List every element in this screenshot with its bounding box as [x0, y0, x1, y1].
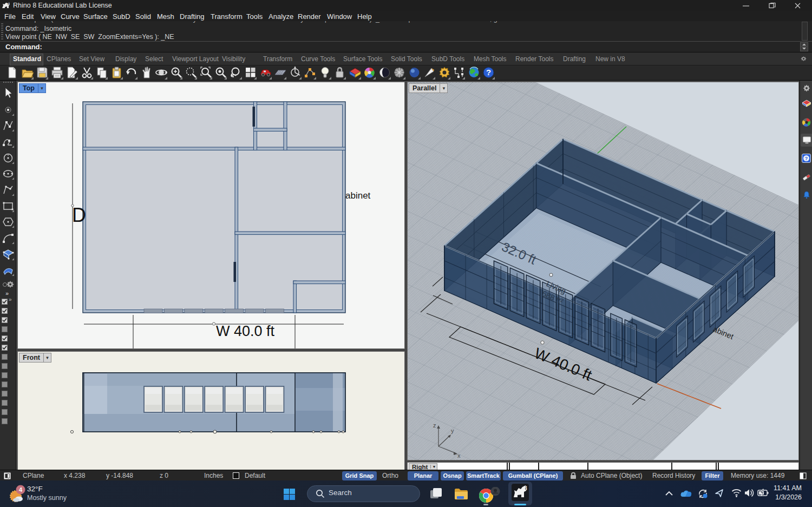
- svg-text:?: ?: [805, 156, 808, 161]
- svg-text:z: z: [433, 422, 436, 429]
- svg-text:W 40.0 ft: W 40.0 ft: [216, 323, 275, 339]
- svg-text:D: D: [72, 204, 86, 226]
- svg-text:y: y: [451, 427, 454, 434]
- svg-text:4: 4: [19, 486, 23, 493]
- svg-text:8: 8: [524, 485, 527, 491]
- svg-text:x: x: [457, 452, 461, 459]
- svg-text:abinet: abinet: [345, 190, 371, 201]
- svg-text:?: ?: [486, 68, 491, 77]
